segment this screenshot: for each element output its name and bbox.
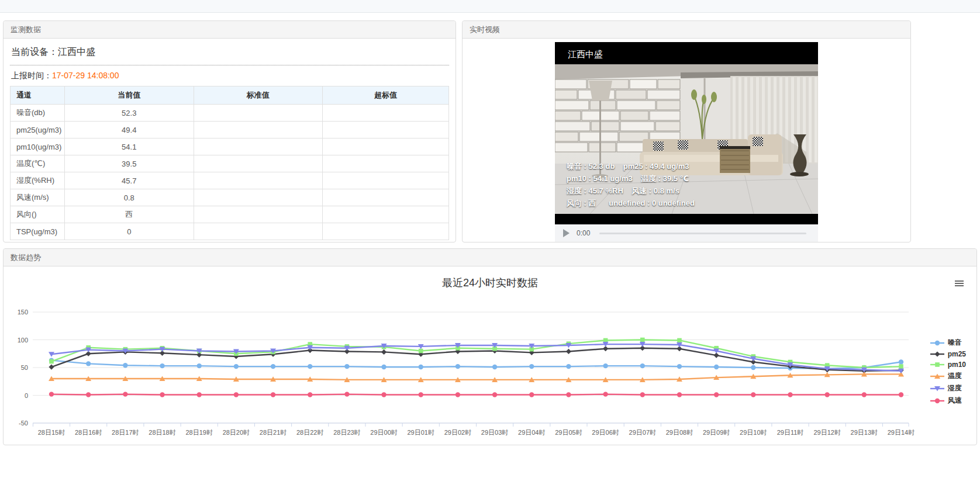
x-axis-label: 29日05时: [555, 429, 582, 436]
column-header-channel: 通道: [11, 86, 65, 105]
legend-label: 风速: [948, 396, 962, 406]
x-axis-label: 29日13时: [851, 429, 878, 436]
legend-item-风速[interactable]: 风速: [930, 396, 966, 406]
channel-cell: 噪音(db): [11, 105, 65, 122]
y-axis-label: 100: [18, 337, 28, 344]
standard-value-cell: [194, 105, 323, 122]
data-point-marker: [899, 364, 903, 369]
x-axis-label: 28日22时: [296, 429, 323, 436]
data-point-marker: [123, 392, 127, 396]
legend-label: pm10: [948, 361, 966, 369]
data-point-marker: [419, 349, 423, 354]
data-point-marker: [86, 392, 91, 397]
channel-cell: pm25(ug/m3): [11, 122, 65, 138]
table-row: TSP(ug/m3)0: [11, 223, 449, 240]
data-point-marker: [603, 363, 608, 368]
legend-item-噪音[interactable]: 噪音: [930, 338, 966, 348]
current-value-cell: 49.4: [65, 122, 194, 138]
data-point-marker: [640, 338, 645, 342]
exceed-value-cell: [323, 189, 449, 206]
play-icon[interactable]: [563, 229, 570, 237]
exceed-value-cell: [323, 172, 449, 189]
current-value-cell: 52.3: [65, 105, 194, 122]
data-point-marker: [824, 392, 829, 397]
legend-item-温度[interactable]: 温度: [930, 371, 966, 381]
x-axis-label: 28日15时: [38, 429, 65, 436]
data-point-marker: [49, 392, 54, 396]
data-point-marker: [714, 365, 719, 369]
current-device-label: 当前设备：江西中盛: [10, 41, 449, 65]
video-screen[interactable]: 江西中盛: [555, 42, 818, 224]
x-axis-label: 29日06时: [592, 429, 619, 436]
trend-panel-title: 数据趋势: [11, 253, 41, 262]
data-point-marker: [49, 364, 54, 369]
series-line-温度: [51, 374, 901, 380]
overlay-line: 噪音 : 52.3 db pm25 : 49.4 ug/m3: [567, 160, 695, 172]
y-axis-label: -50: [19, 420, 28, 427]
data-point-marker: [160, 392, 164, 397]
channel-cell: TSP(ug/m3): [11, 223, 65, 240]
monitor-table: 通道 当前值 标准值 超标值 噪音(db)52.3pm25(ug/m3)49.4…: [10, 86, 449, 240]
y-axis-label: 50: [21, 364, 28, 371]
overlay-line: 湿度 : 45.7 %RH 风速 : 0.8 m/s: [567, 185, 695, 197]
column-header-current: 当前值: [65, 86, 194, 105]
legend-item-pm25[interactable]: pm25: [930, 350, 966, 358]
data-point-marker: [123, 363, 127, 368]
data-point-marker: [308, 392, 312, 397]
table-row: 温度(℃)39.5: [11, 155, 449, 172]
data-point-marker: [234, 364, 239, 369]
report-time-label: 上报时间：: [11, 71, 52, 80]
data-point-marker: [566, 349, 571, 354]
table-header-row: 通道 当前值 标准值 超标值: [11, 86, 449, 105]
monitor-panel-title: 监测数据: [11, 25, 41, 34]
trend-chart-svg: 150100500-5028日15时28日16时28日17时28日18时28日1…: [4, 292, 916, 443]
data-point-marker: [196, 392, 201, 397]
legend-marker: [930, 397, 945, 404]
dashboard-page: 监测数据 当前设备：江西中盛 上报时间：17-07-29 14:08:00 通道…: [0, 0, 980, 485]
chart-context-menu-icon[interactable]: [955, 280, 964, 287]
current-value-cell: 0: [65, 223, 194, 240]
data-point-marker: [751, 392, 755, 397]
overlay-line: pm10 : 54.1 ug/m3 温度 : 39.5 ℃: [567, 172, 695, 185]
table-row: pm25(ug/m3)49.4: [11, 122, 449, 138]
data-point-marker: [234, 392, 239, 397]
data-point-marker: [49, 359, 54, 364]
legend-marker: [930, 340, 945, 347]
legend-item-湿度[interactable]: 湿度: [930, 383, 966, 393]
current-value-cell: 45.7: [65, 172, 194, 189]
data-point-marker: [419, 365, 423, 369]
legend-marker: [930, 351, 945, 358]
x-axis-label: 29日02时: [444, 429, 471, 436]
data-point-marker: [308, 364, 312, 369]
data-point-marker: [381, 365, 386, 369]
x-axis-label: 28日20时: [223, 429, 250, 436]
legend-label: pm25: [948, 350, 966, 358]
data-point-marker: [677, 392, 682, 397]
data-point-marker: [381, 392, 386, 397]
video-panel-title: 实时视频: [470, 25, 500, 34]
channel-cell: 温度(℃): [11, 155, 65, 172]
data-point-marker: [640, 392, 645, 397]
standard-value-cell: [194, 172, 323, 189]
data-point-marker: [492, 392, 497, 397]
monitor-panel-body: 当前设备：江西中盛 上报时间：17-07-29 14:08:00 通道 当前值 …: [4, 39, 456, 240]
data-point-marker: [492, 365, 497, 369]
legend-item-pm10[interactable]: pm10: [930, 361, 966, 369]
x-axis-label: 29日08时: [666, 429, 693, 436]
video-time: 0:00: [577, 229, 590, 237]
monitor-panel: 监测数据 当前设备：江西中盛 上报时间：17-07-29 14:08:00 通道…: [3, 20, 456, 243]
data-point-marker: [640, 363, 645, 368]
data-point-marker: [344, 392, 349, 396]
data-point-marker: [788, 392, 792, 397]
report-time-value: 17-07-29 14:08:00: [52, 71, 119, 80]
data-point-marker: [344, 364, 349, 369]
standard-value-cell: [194, 223, 323, 240]
table-row: 风速(m/s)0.8: [11, 189, 449, 206]
exceed-value-cell: [323, 138, 449, 155]
data-point-marker: [86, 361, 91, 366]
data-point-marker: [566, 392, 571, 397]
x-axis-label: 28日16时: [75, 429, 102, 436]
x-axis-label: 29日04时: [518, 429, 545, 436]
data-point-marker: [529, 392, 534, 397]
video-progress-bar[interactable]: [599, 233, 806, 234]
